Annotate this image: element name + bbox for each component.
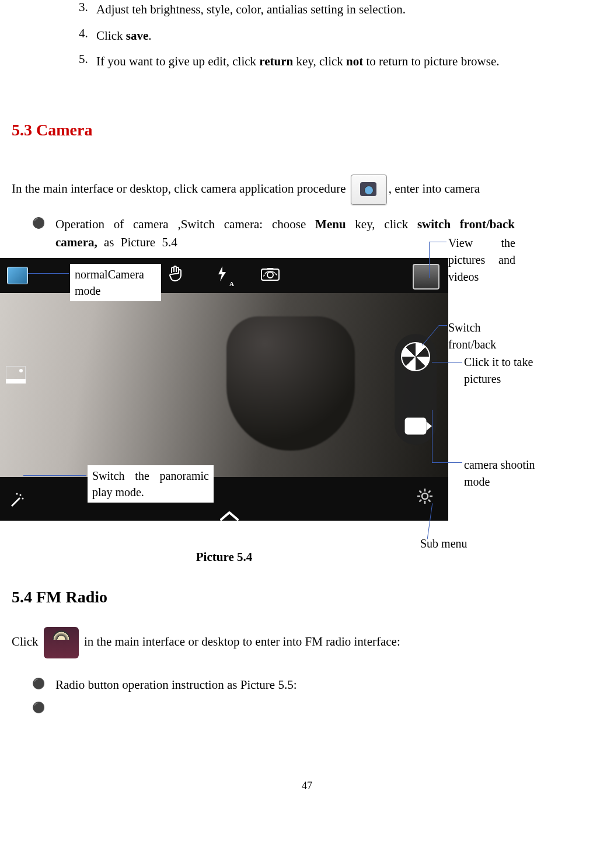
svg-point-1 [267, 272, 273, 278]
step-text-fragment: Click [96, 29, 126, 43]
fm-radio-app-icon [44, 627, 79, 658]
text-fragment: Click [12, 634, 41, 648]
svg-line-13 [420, 500, 422, 502]
figure-caption: Picture 5.4 [0, 550, 448, 564]
camera-viewfinder [0, 293, 448, 477]
bullet-text [55, 700, 515, 716]
settings-gear-icon[interactable] [416, 487, 434, 509]
text-fragment: Operation of camera ,Switch camera: choo… [55, 217, 315, 231]
annotation-shooting-mode: camera shootin mode [464, 456, 563, 490]
step-text-fragment: . [148, 29, 151, 43]
annotation-sub-menu: Sub menu [420, 535, 468, 552]
step-bold: save [126, 29, 149, 43]
step-3: 3. Adjust teh brightness, style, color, … [79, 0, 614, 19]
svg-line-10 [420, 490, 422, 493]
step-num: 4. [79, 26, 96, 46]
camera-operation-bullet: ⚫ Operation of camera ,Switch camera: ch… [32, 215, 515, 252]
text-fragment: in the main interface or desktop to ente… [84, 634, 400, 648]
effects-icon[interactable] [9, 491, 25, 512]
text-bold: Menu [315, 217, 346, 231]
text-fragment: In the main interface or desktop, click … [12, 181, 346, 195]
svg-line-12 [428, 490, 431, 493]
switch-camera-icon[interactable] [260, 266, 280, 285]
step-text-fragment: If you want to give up edit, click [96, 54, 259, 68]
camera-figure-wrap: View the pictures and videos Switch fron… [0, 258, 614, 550]
annotation-view-pictures: View the pictures and videos [448, 235, 515, 285]
step-num: 3. [79, 0, 96, 19]
annotation-normal-mode: normalCamera mode [70, 264, 161, 301]
section-radio-heading: 5.4 FM Radio [12, 588, 614, 606]
camera-app-icon [351, 175, 387, 205]
radio-bullet-2-empty: ⚫ [32, 700, 515, 716]
gallery-thumbnail[interactable] [413, 264, 439, 290]
step-text-fragment: Adjust teh brightness, style, color, ant… [96, 2, 406, 16]
step-text: Click save. [96, 26, 614, 46]
svg-point-5 [422, 493, 428, 499]
radio-bullet-1: ⚫ Radio button operation instruction as … [32, 676, 515, 695]
svg-point-3 [22, 497, 24, 499]
video-mode-button[interactable] [405, 417, 427, 434]
camera-top-bar: A [0, 258, 448, 293]
camera-bottom-bar [0, 477, 448, 521]
step-5: 5. If you want to give up edit, click re… [79, 52, 614, 71]
shutter-button[interactable] [401, 342, 430, 371]
normal-mode-icon[interactable] [7, 267, 28, 284]
step-4: 4. Click save. [79, 26, 614, 46]
text-fragment: as Picture 5.4 [97, 235, 177, 249]
radio-intro-paragraph: Click in the main interface or desktop t… [12, 627, 614, 658]
ordered-steps: 3. Adjust teh brightness, style, color, … [79, 0, 614, 71]
bullet-dot: ⚫ [32, 676, 55, 695]
bullet-text: Operation of camera ,Switch camera: choo… [55, 215, 515, 252]
step-num: 5. [79, 52, 96, 71]
annotation-switch-front-back: Switch front/back [448, 319, 512, 353]
bullet-text: Radio button operation instruction as Pi… [55, 676, 515, 695]
text-fragment: key, click [346, 217, 417, 231]
capture-assembly [395, 334, 437, 445]
step-text: Adjust teh brightness, style, color, ant… [96, 0, 614, 19]
caption-row: Picture 5.4 [0, 550, 614, 564]
section-camera-heading: 5.3 Camera [12, 121, 614, 140]
flash-auto-icon[interactable]: A [215, 265, 228, 286]
step-bold: not [346, 54, 363, 68]
svg-line-11 [428, 500, 431, 502]
step-bold: return [259, 54, 293, 68]
camera-screenshot: A [0, 258, 448, 521]
annotation-panoramic-mode: Switch the panoramic play mode. [88, 465, 214, 503]
step-text: If you want to give up edit, click retur… [96, 52, 614, 71]
picture-in-picture-icon[interactable] [6, 366, 26, 384]
step-text-fragment: key, click [293, 54, 346, 68]
svg-point-2 [20, 494, 22, 496]
bullet-dot: ⚫ [32, 215, 55, 252]
gesture-icon[interactable] [168, 265, 183, 286]
bullet-dot: ⚫ [32, 700, 55, 716]
svg-point-4 [16, 493, 18, 494]
step-text-fragment: to return to picture browse. [363, 54, 499, 68]
text-fragment: , enter into camera [389, 181, 480, 195]
annotation-take-picture: Click it to take pictures [464, 354, 557, 388]
page-number: 47 [0, 780, 614, 792]
camera-intro-paragraph: In the main interface or desktop, click … [12, 175, 614, 205]
